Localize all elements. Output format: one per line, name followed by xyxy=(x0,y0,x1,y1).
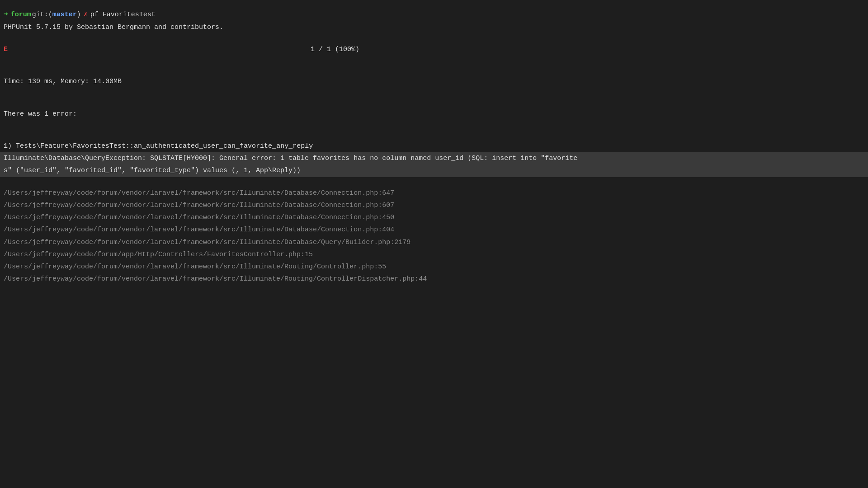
test-item-line: 1) Tests\Feature\FavoritesTest::an_authe… xyxy=(0,140,868,152)
empty-line-2 xyxy=(0,56,868,66)
prompt-arrow-icon: ➜ xyxy=(4,9,8,20)
empty-line-8 xyxy=(0,177,868,187)
error-char: E xyxy=(4,46,8,53)
exception-line-2: s" ("user_id", "favorited_id", "favorite… xyxy=(0,164,868,177)
prompt-branch-open: ( xyxy=(48,9,52,20)
stack-trace-4: /Users/jeffreyway/code/forum/vendor/lara… xyxy=(0,224,868,236)
progress-text: 1 / 1 (100%) xyxy=(311,44,359,55)
prompt-command: pf FavoritesTest xyxy=(90,9,156,20)
phpunit-version-line: PHPUnit 5.7.15 by Sebastian Bergmann and… xyxy=(0,21,868,33)
stack-trace-3: /Users/jeffreyway/code/forum/vendor/lara… xyxy=(0,211,868,224)
empty-line-3 xyxy=(0,66,868,75)
time-memory-line: Time: 139 ms, Memory: 14.00MB xyxy=(0,75,868,88)
empty-line-6 xyxy=(0,120,868,130)
prompt-x-mark: ✗ xyxy=(84,9,88,20)
prompt-branch-name: master xyxy=(52,9,77,20)
prompt-line: ➜ forum git: ( master ) ✗ pf FavoritesTe… xyxy=(0,8,868,21)
stack-trace-5: /Users/jeffreyway/code/forum/vendor/lara… xyxy=(0,236,868,249)
test-name-text: Tests\Feature\FavoritesTest::an_authenti… xyxy=(16,142,313,150)
terminal-window: ➜ forum git: ( master ) ✗ pf FavoritesTe… xyxy=(0,5,868,488)
prompt-git-label: git: xyxy=(32,9,48,20)
prompt-directory: forum xyxy=(11,9,31,20)
exception-line-1: Illuminate\Database\QueryException: SQLS… xyxy=(0,152,868,164)
prompt-branch-close: ) xyxy=(77,9,81,20)
stack-trace-2: /Users/jeffreyway/code/forum/vendor/lara… xyxy=(0,199,868,211)
stack-trace-8: /Users/jeffreyway/code/forum/vendor/lara… xyxy=(0,273,868,285)
stack-trace-7: /Users/jeffreyway/code/forum/vendor/lara… xyxy=(0,261,868,273)
empty-line-4 xyxy=(0,88,868,98)
error-progress-line: E1 / 1 (100%) xyxy=(0,43,868,56)
test-number: 1) xyxy=(4,142,12,150)
empty-line-7 xyxy=(0,130,868,140)
empty-line-1 xyxy=(0,33,868,43)
stack-trace-6: /Users/jeffreyway/code/forum/app/Http/Co… xyxy=(0,249,868,261)
empty-line-5 xyxy=(0,98,868,108)
error-count-header: There was 1 error: xyxy=(0,108,868,120)
stack-trace-1: /Users/jeffreyway/code/forum/vendor/lara… xyxy=(0,187,868,199)
